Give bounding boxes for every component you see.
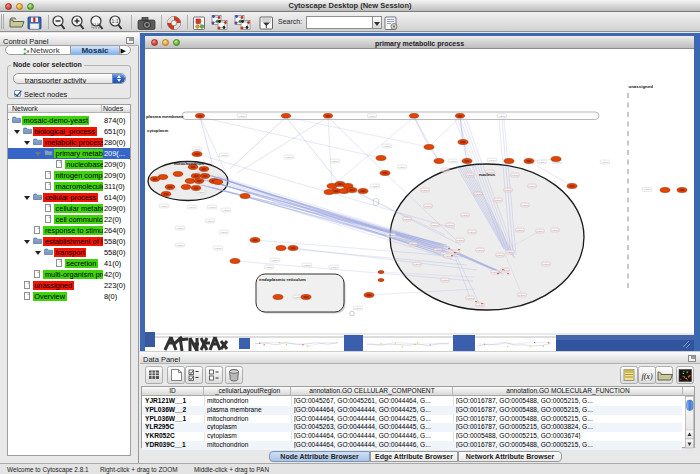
svg-text:(Yd-e): (Yd-e) [432, 224, 439, 227]
svg-text:(Yd-e): (Yd-e) [552, 229, 559, 232]
svg-text:(Yd-e): (Yd-e) [272, 259, 279, 262]
svg-text:(Yd-e): (Yd-e) [198, 191, 205, 194]
svg-text:(Yd-e): (Yd-e) [495, 199, 502, 202]
svg-text:(Yd-e): (Yd-e) [602, 161, 609, 164]
svg-text:(Yd-e): (Yd-e) [489, 159, 496, 162]
svg-text:(Yd-e): (Yd-e) [519, 294, 526, 297]
svg-text:(Yd-e): (Yd-e) [410, 243, 417, 246]
svg-text:(Yd-e): (Yd-e) [388, 234, 395, 237]
svg-text:(Yd-e): (Yd-e) [189, 206, 196, 209]
svg-text:(Yd-e): (Yd-e) [512, 174, 519, 177]
svg-text:(Yd-e): (Yd-e) [537, 230, 544, 233]
svg-text:mitochondrion: mitochondrion [174, 161, 204, 166]
svg-text:(Yd-e): (Yd-e) [462, 214, 469, 217]
svg-text:(Yd-e): (Yd-e) [457, 239, 464, 242]
svg-text:(Yd-e): (Yd-e) [435, 249, 442, 252]
svg-text:plasma membrane: plasma membrane [146, 114, 184, 119]
svg-text:(Yd-e): (Yd-e) [209, 206, 216, 209]
svg-text:(Yd-e): (Yd-e) [207, 220, 214, 223]
svg-text:(Yd-e): (Yd-e) [223, 209, 230, 212]
svg-text:(Yd-e): (Yd-e) [475, 193, 482, 196]
svg-text:cytoplasm: cytoplasm [147, 128, 168, 133]
svg-text:(Yd-e): (Yd-e) [522, 204, 529, 207]
svg-text:(Yd-e): (Yd-e) [422, 189, 429, 192]
svg-text:(Yd-e): (Yd-e) [399, 166, 406, 169]
svg-text:(Yd-e): (Yd-e) [644, 188, 651, 191]
svg-text:(Yd-e): (Yd-e) [543, 263, 550, 266]
svg-text:(Yd-e): (Yd-e) [442, 279, 449, 282]
svg-text:(Yd-e): (Yd-e) [369, 115, 376, 118]
svg-text:(Yd-e): (Yd-e) [295, 296, 302, 299]
svg-text:(Yd-e): (Yd-e) [239, 115, 246, 118]
svg-text:(Yd-e): (Yd-e) [332, 160, 339, 163]
svg-text:(Yd-e): (Yd-e) [304, 264, 311, 267]
svg-text:(Yd-e): (Yd-e) [517, 229, 524, 232]
svg-text:(Yd-e): (Yd-e) [286, 156, 293, 159]
svg-text:(Yd-e): (Yd-e) [507, 251, 514, 254]
svg-text:(Yd-e): (Yd-e) [477, 249, 484, 252]
svg-text:(Yd-e): (Yd-e) [221, 154, 228, 157]
svg-text:(Yd-e): (Yd-e) [177, 244, 184, 247]
svg-text:(Yd-e): (Yd-e) [404, 218, 411, 221]
svg-text:(Yd-e): (Yd-e) [450, 160, 457, 163]
svg-text:1:1: 1:1 [112, 18, 119, 24]
svg-text:(Yd-e): (Yd-e) [529, 185, 536, 188]
svg-text:(Yd-e): (Yd-e) [497, 254, 504, 257]
svg-text:unassigned: unassigned [629, 84, 654, 89]
svg-text:(Yd-e): (Yd-e) [467, 174, 474, 177]
svg-text:(Yd-e): (Yd-e) [215, 247, 222, 250]
svg-text:(Yd-e): (Yd-e) [539, 161, 546, 164]
svg-text:(Yd-e): (Yd-e) [447, 224, 454, 227]
svg-text:(Yd-e): (Yd-e) [425, 205, 432, 208]
svg-text:(Yd-e): (Yd-e) [442, 169, 449, 172]
svg-text:(Yd-e): (Yd-e) [499, 115, 506, 118]
svg-text:(Yd-e): (Yd-e) [355, 307, 362, 310]
svg-text:(Yd-e): (Yd-e) [467, 297, 474, 300]
svg-text:(Yd-e): (Yd-e) [194, 148, 201, 151]
svg-text:(Yd-e): (Yd-e) [469, 231, 476, 234]
svg-text:(Yd-e): (Yd-e) [505, 189, 512, 192]
svg-text:(Yd-e): (Yd-e) [477, 304, 484, 307]
svg-text:(Yd-e): (Yd-e) [161, 205, 168, 208]
svg-text:nucleus: nucleus [479, 172, 496, 177]
svg-text:endoplasmic reticulum: endoplasmic reticulum [259, 277, 306, 282]
svg-text:(Yd-e): (Yd-e) [221, 231, 228, 234]
svg-text:(Yd-e): (Yd-e) [372, 185, 379, 188]
svg-text:(Yd-e): (Yd-e) [177, 227, 184, 230]
svg-text:(Yd-e): (Yd-e) [266, 266, 273, 269]
svg-text:(Yd-e): (Yd-e) [384, 145, 391, 148]
svg-text:(Yd-e): (Yd-e) [414, 263, 421, 266]
svg-text:(Yd-e): (Yd-e) [331, 266, 338, 269]
svg-text:(Yd-e): (Yd-e) [445, 255, 452, 258]
svg-text:f(x): f(x) [641, 372, 652, 381]
